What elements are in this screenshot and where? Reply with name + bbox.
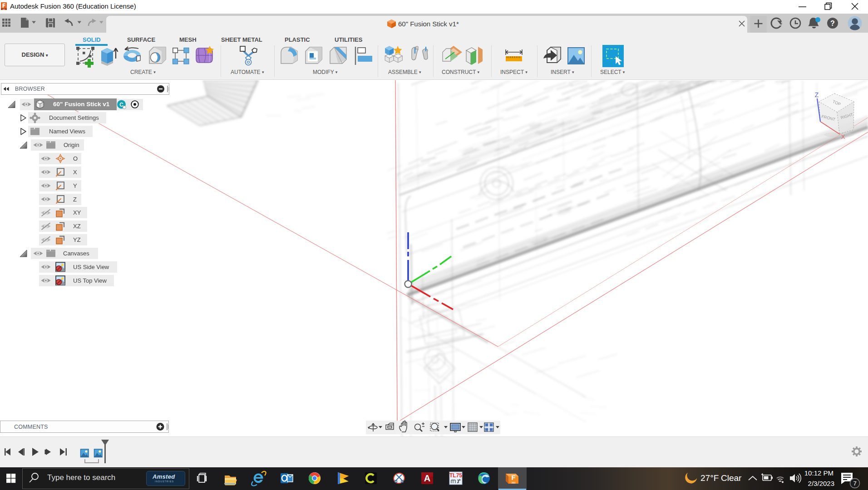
svg-text:7: 7 bbox=[853, 480, 856, 487]
svg-text:X: X bbox=[841, 133, 845, 140]
svg-text:Z: Z bbox=[815, 91, 819, 98]
svg-text:TL75: TL75 bbox=[449, 472, 462, 479]
svg-text:A: A bbox=[424, 473, 430, 483]
svg-text:F: F bbox=[511, 474, 515, 481]
svg-text:360: 360 bbox=[511, 481, 515, 484]
